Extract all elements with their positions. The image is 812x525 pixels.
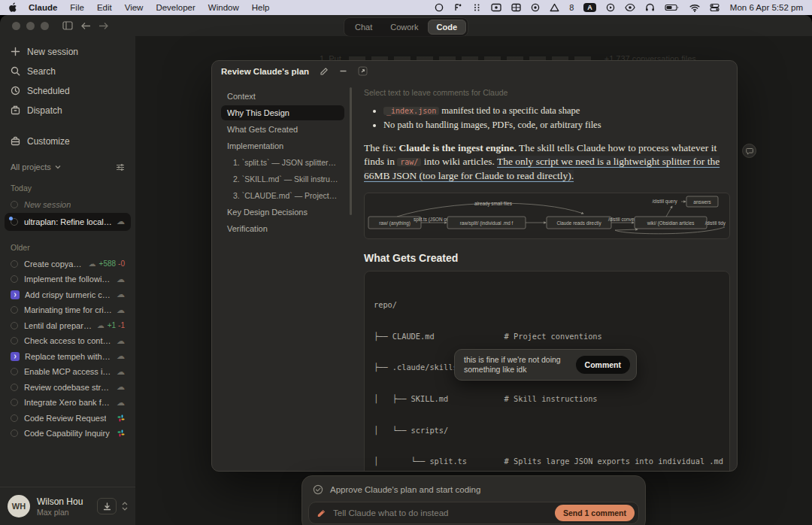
eye-icon[interactable] — [625, 3, 635, 12]
sidebar: New session Search Scheduled Dispatch Cu… — [0, 36, 135, 525]
edit-plan-icon[interactable] — [320, 67, 329, 76]
tree-line: │ ├── SKILL.md # Skill instructions — [374, 394, 720, 405]
session-item[interactable]: Code Review Request — [5, 411, 131, 426]
sidebar-customize[interactable]: Customize — [6, 133, 129, 149]
session-item[interactable]: ❯ Add crispy turmeric chicken recipe ... — [5, 287, 131, 303]
comment-button[interactable]: Comment — [576, 356, 630, 374]
wifi-icon[interactable] — [689, 4, 700, 12]
feedback-input[interactable]: Tell Claude what to do instead Send 1 co… — [308, 502, 639, 524]
zoom-window-button[interactable] — [41, 22, 49, 30]
download-button[interactable] — [97, 498, 117, 514]
session-item[interactable]: Create copyable markdo... ☁+588-0 — [5, 256, 131, 272]
notification-count[interactable]: 8 — [569, 3, 574, 12]
back-arrow-icon[interactable] — [80, 22, 91, 30]
modal-header: Review Claude's plan — [212, 61, 737, 81]
session-item[interactable]: Check access to context7 — [5, 333, 131, 349]
apple-logo-icon[interactable] — [9, 2, 18, 13]
session-item[interactable]: Marinating time for crispy air fryer ... — [5, 302, 131, 318]
toolbox-icon — [11, 136, 20, 146]
menu-developer[interactable]: Developer — [156, 3, 195, 12]
screen-record-icon[interactable] — [491, 3, 501, 12]
nav-key-design-decisions[interactable]: Key Design Decisions — [221, 205, 344, 220]
filter-sliders-icon[interactable] — [116, 163, 125, 171]
aperture-icon[interactable] — [531, 3, 540, 12]
forward-arrow-icon[interactable] — [98, 22, 109, 30]
minimize-window-button[interactable] — [26, 22, 35, 30]
session-item[interactable]: Integrate Xero bank feed API for au... — [5, 395, 131, 411]
slack-icon — [117, 429, 125, 437]
session-item[interactable]: Enable MCP access in Claude Code... — [5, 364, 131, 380]
sidebar-toggle-icon[interactable] — [62, 21, 73, 30]
nav-what-gets-created[interactable]: What Gets Created — [221, 122, 344, 137]
section-label-today: Today — [11, 184, 125, 193]
send-comment-button[interactable]: Send 1 comment — [555, 505, 635, 521]
menu-edit[interactable]: Edit — [97, 3, 112, 12]
shield-triangle-icon[interactable] — [550, 3, 559, 12]
session-item[interactable]: Lentil dal preparation and s... ☁+1-1 — [5, 318, 131, 334]
cloud-icon: ☁ — [97, 321, 105, 329]
list-item: No path to handling images, PDFs, code, … — [383, 120, 725, 131]
nav-implementation[interactable]: Implementation — [221, 138, 344, 153]
menu-claude[interactable]: Claude — [29, 3, 57, 12]
session-item[interactable]: ❯ Replace tempeh with tofu and sho... — [5, 349, 131, 365]
plan-document: Select text to leave comments for Claude… — [352, 81, 737, 472]
menu-window[interactable]: Window — [208, 3, 239, 12]
comment-text[interactable]: this is fine if we're not doing somethin… — [464, 355, 576, 375]
nav-split-ts[interactable]: 1. `split.ts` — JSON splitter (`.claude/… — [227, 155, 344, 170]
nav-why-this-design[interactable]: Why This Design — [221, 105, 344, 120]
tab-code[interactable]: Code — [428, 20, 467, 35]
session-item[interactable]: Implement the following plan: # Fix ... — [5, 272, 131, 287]
play-circle-icon[interactable] — [606, 3, 615, 12]
diff-added: +588 — [99, 259, 117, 268]
heading-what-gets-created: What Gets Created — [364, 252, 725, 264]
search-icon — [11, 66, 20, 76]
account-switcher[interactable] — [122, 502, 128, 511]
nav-skill-md[interactable]: 2. `SKILL.md` — Skill instructions (`.cl… — [227, 171, 344, 187]
sidebar-new-session[interactable]: New session — [6, 44, 129, 59]
fix-paragraph: The fix: Claude is the ingest engine. Th… — [364, 141, 729, 183]
comment-bubble-icon — [746, 147, 753, 155]
inline-code: raw/ — [397, 158, 421, 166]
sidebar-scheduled[interactable]: Scheduled — [6, 83, 129, 99]
menubar-clock[interactable]: Mon 6 Apr 5:52 pm — [730, 3, 803, 12]
control-center-icon[interactable] — [710, 3, 720, 12]
modal-title: Review Claude's plan — [221, 67, 309, 76]
nav-verification[interactable]: Verification — [221, 221, 344, 236]
cloud-icon — [112, 290, 125, 299]
dots-column-icon[interactable] — [472, 3, 481, 12]
session-item[interactable]: Review codebase structure and arc... — [5, 380, 131, 396]
tab-chat[interactable]: Chat — [346, 20, 381, 35]
close-window-button[interactable] — [12, 22, 20, 30]
menu-file[interactable]: File — [70, 3, 84, 12]
focus-circle-icon[interactable] — [435, 3, 444, 12]
floating-comment-button[interactable] — [742, 144, 756, 158]
approve-plan-button[interactable]: Approve Claude's plan and start coding — [308, 481, 639, 498]
session-item-active[interactable]: ultraplan: Refine local plan — [5, 213, 131, 231]
window-grid-icon[interactable] — [511, 3, 521, 12]
sidebar-search[interactable]: Search — [6, 63, 129, 79]
input-source-icon[interactable] — [453, 3, 462, 12]
claude-badge-icon[interactable]: A — [583, 3, 596, 12]
cloud-icon — [112, 398, 125, 408]
nav-context[interactable]: Context — [221, 89, 344, 104]
slack-icon — [117, 414, 125, 422]
session-item[interactable]: Code Capability Inquiry — [5, 426, 131, 442]
app-window: Chat Cowork Code 1. Put+1,737 conversati… — [0, 15, 812, 525]
expand-modal-icon[interactable] — [358, 66, 368, 76]
session-status-icon — [11, 275, 18, 283]
session-status-icon — [11, 368, 18, 375]
menu-view[interactable]: View — [125, 3, 144, 12]
nav-claude-md[interactable]: 3. `CLAUDE.md` — Project conventions ... — [227, 188, 344, 203]
menu-help[interactable]: Help — [252, 3, 270, 12]
avatar[interactable]: WH — [8, 495, 30, 517]
tab-cowork[interactable]: Cowork — [381, 20, 427, 35]
svg-text:/distill query: /distill query — [652, 199, 677, 205]
battery-icon[interactable] — [665, 3, 680, 12]
check-circle-icon — [313, 484, 323, 495]
section-label-older: Older — [11, 243, 125, 252]
minimize-modal-icon[interactable] — [339, 67, 347, 75]
projects-filter[interactable]: All projects — [11, 162, 51, 171]
sidebar-dispatch[interactable]: Dispatch — [6, 102, 129, 118]
session-item-draft[interactable]: New session — [5, 197, 131, 213]
headphones-icon[interactable] — [645, 3, 655, 12]
